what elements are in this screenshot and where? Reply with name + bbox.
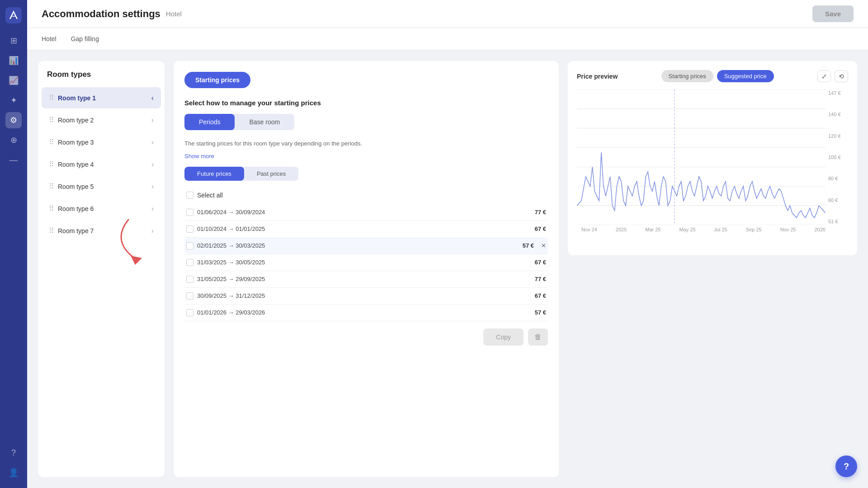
room-item-2[interactable]: ⠿ Room type 2 › [42,109,161,131]
chart-reset-btn[interactable]: ⟲ [835,70,848,82]
room-item-3[interactable]: ⠿ Room type 3 › [42,131,161,153]
delete-button[interactable]: 🗑 [528,328,548,346]
checkbox-4[interactable] [186,276,193,283]
room-name-5: Room type 5 [58,183,94,190]
help-icon: ? [844,461,849,472]
x-label-2026: 2026 [814,227,825,232]
checkbox-3[interactable] [186,259,193,266]
settings-panel: Starting prices Select how to manage you… [174,61,559,477]
sidebar-icon-grid[interactable]: ⊞ [5,33,22,49]
suggested-price-chart-btn[interactable]: Suggested price [717,70,774,82]
page-title: Accommodation settings [42,8,160,20]
drag-icon-6: ⠿ [49,204,53,213]
future-past-toggle: Future prices Past prices [184,167,298,181]
select-all-checkbox[interactable] [186,192,193,199]
x-label-2025: 2025 [616,227,627,232]
app-logo[interactable] [5,7,22,23]
copy-button[interactable]: Copy [483,328,524,346]
y-label-120: 120 € [828,133,848,139]
future-prices-btn[interactable]: Future prices [184,167,244,181]
starting-prices-button[interactable]: Starting prices [184,72,250,88]
price-value-3: 67 € [535,259,546,266]
price-value-5: 67 € [535,292,546,299]
sidebar: ⊞ 📊 📈 ✦ ⚙ ⊕ — ? 👤 [0,0,27,488]
checkbox-2[interactable] [186,242,193,249]
sidebar-icon-user[interactable]: 👤 [5,465,22,481]
room-name-2: Room type 2 [58,117,94,124]
secondary-nav-hotel[interactable]: Hotel [42,33,57,44]
sidebar-icon-map[interactable]: ⊕ [5,132,22,148]
help-button[interactable]: ? [835,455,857,477]
secondary-nav-gap-filling[interactable]: Gap filling [71,33,99,44]
topbar: Accommodation settings Hotel Save [27,0,868,28]
room-types-title: Room types [38,70,165,86]
x-label-may25: May 25 [679,227,695,232]
periods-description: The starting prices for this room type v… [184,139,548,149]
past-prices-btn[interactable]: Past prices [244,167,298,181]
price-date-6: 01/01/2026 → 29/03/2026 [197,309,531,316]
select-all-row: Select all [184,188,548,202]
save-button[interactable]: Save [812,5,854,22]
price-value-4: 77 € [535,276,546,282]
room-item-5[interactable]: ⠿ Room type 5 › [42,176,161,197]
svg-rect-0 [5,7,22,23]
checkbox-0[interactable] [186,209,193,216]
room-name-1: Room type 1 [58,94,96,102]
price-chart-svg [577,89,826,225]
chart-title: Price preview [577,73,618,80]
base-room-toggle-btn[interactable]: Base room [235,114,294,130]
sidebar-icon-linechart[interactable]: 📈 [5,72,22,89]
y-label-140: 140 € [828,112,848,117]
show-more-link[interactable]: Show more [184,153,214,160]
checkbox-5[interactable] [186,292,193,300]
y-label-80: 80 € [828,176,848,181]
cursor-indicator: ✕ [541,242,546,249]
periods-base-toggle: Periods Base room [184,114,294,130]
chevron-right-6: › [151,205,154,213]
sidebar-icon-help[interactable]: ? [5,445,22,461]
drag-icon-1: ⠿ [49,94,53,102]
x-label-mar25: Mar 25 [645,227,660,232]
x-label-sep25: Sep 25 [746,227,762,232]
sidebar-icon-barchart[interactable]: 📊 [5,52,22,69]
checkbox-1[interactable] [186,225,193,233]
chevron-right-4: › [151,160,154,169]
chart-panel: Price preview Starting prices Suggested … [568,61,857,477]
price-value-1: 67 € [535,225,546,232]
room-item-1[interactable]: ⠿ Room type 1 ‹ [42,87,161,108]
manage-title: Select how to manage your starting price… [184,99,548,107]
sidebar-icon-bell[interactable]: — [5,152,22,168]
select-all-label: Select all [197,192,223,199]
x-label-nov24: Nov 24 [581,227,597,232]
room-types-panel: Room types ⠿ Room type 1 ‹ ⠿ Room type 2… [38,61,165,477]
y-label-51: 51 € [828,219,848,224]
drag-icon-4: ⠿ [49,160,53,169]
sidebar-icon-scatter[interactable]: ✦ [5,92,22,108]
page-subtitle: Hotel [166,10,182,18]
room-name-6: Room type 6 [58,205,94,212]
secondary-nav: Hotel Gap filling [27,28,868,50]
price-date-3: 31/03/2025 → 30/05/2025 [197,259,531,266]
y-label-147: 147 € [828,90,848,96]
checkbox-6[interactable] [186,309,193,316]
room-item-6[interactable]: ⠿ Room type 6 › [42,198,161,219]
price-date-0: 01/06/2024 → 30/09/2024 [197,209,531,216]
price-row-3: 31/03/2025 → 30/05/2025 67 € [184,254,548,271]
price-row-5: 30/09/2025 → 31/12/2025 67 € [184,288,548,305]
sidebar-icon-settings[interactable]: ⚙ [5,112,22,128]
starting-prices-chart-btn[interactable]: Starting prices [661,70,713,82]
x-label-jul25: Jul 25 [714,227,727,232]
room-item-7[interactable]: ⠿ Room type 7 › [42,220,161,241]
price-row-0: 01/06/2024 → 30/09/2024 77 € [184,204,548,221]
periods-toggle-btn[interactable]: Periods [184,114,235,130]
room-item-4[interactable]: ⠿ Room type 4 › [42,154,161,175]
chevron-left-1: ‹ [151,94,154,102]
svg-marker-1 [131,256,142,265]
drag-icon-3: ⠿ [49,138,53,146]
delete-icon: 🗑 [534,333,542,341]
chart-expand-btn[interactable]: ⤢ [817,70,831,82]
room-name-7: Room type 7 [58,227,94,235]
price-row-4: 31/05/2025 → 29/09/2025 77 € [184,271,548,288]
price-row-1: 01/10/2024 → 01/01/2025 67 € [184,221,548,238]
chevron-right-5: › [151,183,154,191]
